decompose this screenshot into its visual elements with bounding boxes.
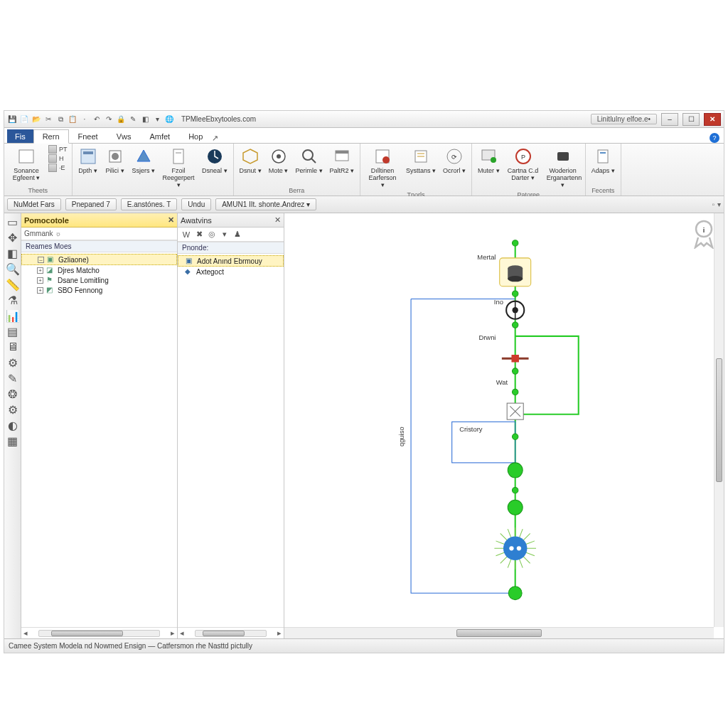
flask-icon[interactable]: ⚗ [7, 294, 18, 306]
activity-tree-item[interactable]: ▣Adot Anınd Ebrmouy [178, 255, 284, 267]
ribbon-button-cartna-c-d-darter[interactable]: PCartna C.d Darter ▾ [505, 145, 541, 183]
tab-2[interactable]: Vws [107, 129, 141, 143]
tab-active[interactable]: Rern [33, 129, 69, 144]
project-tree-item[interactable]: +⚑Dsane Lomitling [21, 275, 177, 285]
subbtn-3[interactable]: Undu [181, 198, 211, 210]
search-icon[interactable]: 🔍 [7, 263, 18, 274]
sub-toolbar: NuMdet Fars Pnepaned 7 E.anstónes. T Und… [4, 196, 724, 213]
canvas-scroll-vertical[interactable] [714, 213, 724, 627]
ribbon-button-fzoil-reegerpert[interactable]: Fzoil Reegerpert ▾ [161, 145, 196, 191]
activity-scroll[interactable]: ◂ ▸ [178, 627, 284, 638]
qat-new-icon[interactable]: 📄 [19, 114, 29, 124]
ribbon-button-dsnut[interactable]: Dsnut ▾ [238, 145, 263, 176]
ribbon-button-systtans[interactable]: Systtans ▾ [405, 145, 437, 176]
qat-paste-icon[interactable]: 📋 [68, 114, 77, 124]
qat-copy-icon[interactable]: ⧉ [55, 114, 65, 124]
project-tree-item[interactable]: –▣Gzliaone) [21, 254, 177, 265]
project-panel-close-icon[interactable]: ✕ [168, 215, 174, 225]
help-icon[interactable]: ? [710, 133, 719, 143]
project-panel-sub[interactable]: Gmmank ☼ [21, 228, 177, 240]
activity-tree-item[interactable]: ◆Axtegoct [178, 267, 284, 277]
ribbon-stack-item[interactable]: ·E [48, 164, 68, 172]
ribbon-button-pilici[interactable]: Pilici ▾ [104, 145, 127, 176]
monitor-icon[interactable]: 🖥 [7, 341, 18, 353]
tab-3[interactable]: Amfet [140, 129, 179, 143]
ribbon-button-dsneal[interactable]: Dsneal ▾ [200, 145, 229, 176]
ribbon-group-label: Theets [9, 186, 68, 196]
gear-color-icon[interactable]: ❂ [7, 388, 18, 400]
svg-point-55 [508, 587, 522, 600]
ribbon-button-sonance-egfeent[interactable]: Sonance Egfeent ▾ [9, 145, 44, 183]
ribbon-stack-item[interactable]: PT [48, 145, 68, 154]
ribbon-collapse-icon[interactable]: ↗ [212, 134, 218, 143]
ribbon-group-label: Berra [238, 186, 356, 196]
qat-undo-icon[interactable]: ↶ [92, 114, 102, 124]
ribbon-button-adaps[interactable]: Adaps ▾ [590, 145, 616, 176]
pan-icon[interactable]: ✥ [7, 232, 18, 243]
layers-icon[interactable]: ▤ [7, 326, 18, 337]
qat-more-icon[interactable]: ▾ [152, 114, 162, 124]
ribbon-button-muter[interactable]: Muter ▾ [476, 145, 501, 176]
cog-icon[interactable]: ⚙ [7, 404, 18, 415]
diagram-canvas[interactable]: i [284, 213, 724, 638]
ribbon-button-ssjers[interactable]: Ssjers ▾ [131, 145, 157, 176]
toggle-icon[interactable]: ◐ [7, 419, 18, 431]
qat-print-icon[interactable]: ✎ [128, 114, 138, 124]
subtoolbar-dash-icon[interactable]: ▫ [712, 200, 714, 208]
act-tool-drop-icon[interactable]: ▾ [219, 229, 230, 240]
activity-panel-close-icon[interactable]: ✕ [274, 215, 281, 225]
qat-lock-icon[interactable]: 🔒 [116, 114, 126, 124]
ribbon-button-ocrorl[interactable]: ⟳Ocrorl ▾ [441, 145, 467, 176]
act-tool-person-icon[interactable]: ♟ [232, 229, 243, 240]
qat-cut-icon[interactable]: ✂ [43, 114, 53, 124]
license-pill[interactable]: Linitlulny elfoe.e• [591, 114, 657, 124]
expand-icon[interactable]: + [37, 277, 43, 284]
ribbon-button-dpth[interactable]: Dpth ▾ [77, 145, 100, 176]
project-scroll[interactable]: ◂ ▸ [21, 627, 177, 638]
qat-clip-icon[interactable]: ◧ [140, 114, 150, 124]
present-icon[interactable]: ▦ [7, 435, 18, 446]
tab-file[interactable]: Fis [7, 129, 33, 143]
expand-icon[interactable]: + [37, 267, 43, 274]
ribbon-button-label: Systtans ▾ [406, 168, 436, 175]
tree-node-icon: ◪ [46, 266, 55, 274]
subbtn-4[interactable]: AMUN1 IIt. shonte.Andrez ▾ [215, 198, 316, 210]
qat-redo-icon[interactable]: ↷ [104, 114, 114, 124]
qat-save-icon[interactable]: 💾 [7, 114, 17, 124]
project-tree-item[interactable]: +◪Djres Matcho [21, 265, 177, 275]
tab-4[interactable]: Hop [179, 129, 212, 143]
act-tool-x-icon[interactable]: ✖ [193, 229, 205, 240]
project-tree-item[interactable]: +◩SBO Fennong [21, 285, 177, 295]
select-icon[interactable]: ▭ [7, 216, 18, 228]
ribbon-button-label: Fzoil Reegerpert ▾ [162, 168, 195, 189]
qat-open-icon[interactable]: 📂 [31, 114, 41, 124]
ribbon-button-paltr-[interactable]: PaltR2 ▾ [328, 145, 356, 176]
ribbon-button-mote[interactable]: Mote ▾ [267, 145, 290, 176]
subtoolbar-more-icon[interactable]: ▾ [717, 200, 721, 208]
act-tool-target-icon[interactable]: ◎ [206, 229, 218, 240]
close-button[interactable]: ✕ [704, 113, 721, 126]
minimize-button[interactable]: – [661, 113, 678, 126]
canvas-scroll-horizontal[interactable] [284, 627, 714, 638]
subbtn-1[interactable]: Pnepaned 7 [65, 198, 117, 210]
containment-icon[interactable]: ◧ [7, 247, 18, 259]
activity-panel: Awatvins ✕ W ✖ ◎ ▾ ♟ Pnonde: ▣Adot Anınd… [178, 213, 284, 638]
subbtn-0[interactable]: NuMdet Fars [7, 198, 61, 210]
expand-icon[interactable]: + [37, 287, 43, 294]
settings-icon[interactable]: ⚙ [7, 357, 18, 368]
act-tool-w-icon[interactable]: W [181, 229, 192, 240]
tab-1[interactable]: Fneet [69, 129, 107, 143]
ribbon-button-d-lltinen-earferson[interactable]: Dılltinen Earferson ▾ [365, 145, 400, 191]
qat-globe-icon[interactable]: 🌐 [164, 114, 174, 124]
pen-icon[interactable]: ✎ [7, 373, 18, 384]
ribbon-button-woderion-erganartenn[interactable]: Woderion Erganartenn ▾ [545, 145, 581, 191]
expand-icon[interactable]: – [38, 257, 44, 263]
subbtn-2[interactable]: E.anstónes. T [121, 198, 178, 210]
measure-icon[interactable]: 📏 [7, 279, 18, 290]
ribbon-stack-item[interactable]: H [48, 154, 68, 163]
chart-icon[interactable]: 📊 [7, 310, 18, 321]
ribbon-button-perimle[interactable]: Perimle ▾ [294, 145, 324, 176]
maximize-button[interactable]: ☐ [682, 113, 700, 126]
svg-text:⟳: ⟳ [451, 154, 457, 161]
ribbon-button-label: Dılltinen Earferson ▾ [366, 168, 399, 189]
